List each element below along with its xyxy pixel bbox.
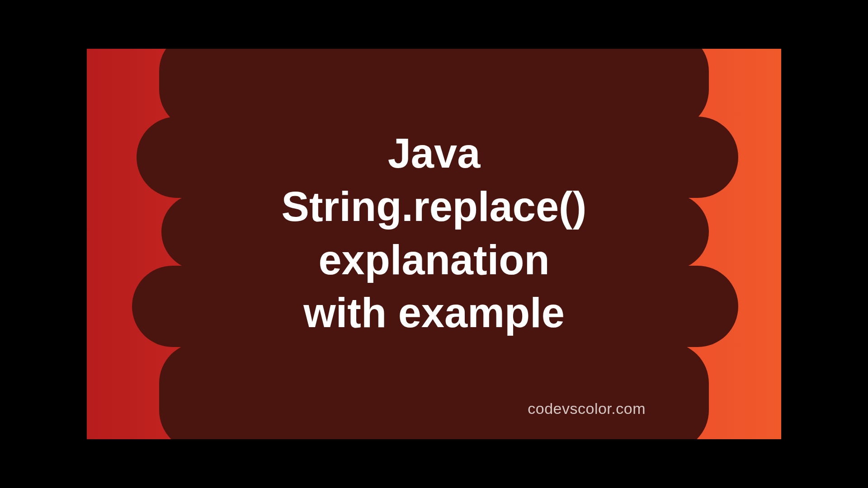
watermark-text: codevscolor.com xyxy=(528,400,646,418)
title-line: Java xyxy=(204,127,664,180)
banner-card: Java String.replace() explanation with e… xyxy=(87,49,781,439)
stage: Java String.replace() explanation with e… xyxy=(87,49,781,439)
blob-lobe xyxy=(159,343,272,439)
title-line: explanation xyxy=(204,233,664,286)
banner-title: Java String.replace() explanation with e… xyxy=(87,127,781,340)
title-line: with example xyxy=(204,286,664,340)
blob-lobe xyxy=(596,343,709,439)
title-line: String.replace() xyxy=(204,180,664,234)
